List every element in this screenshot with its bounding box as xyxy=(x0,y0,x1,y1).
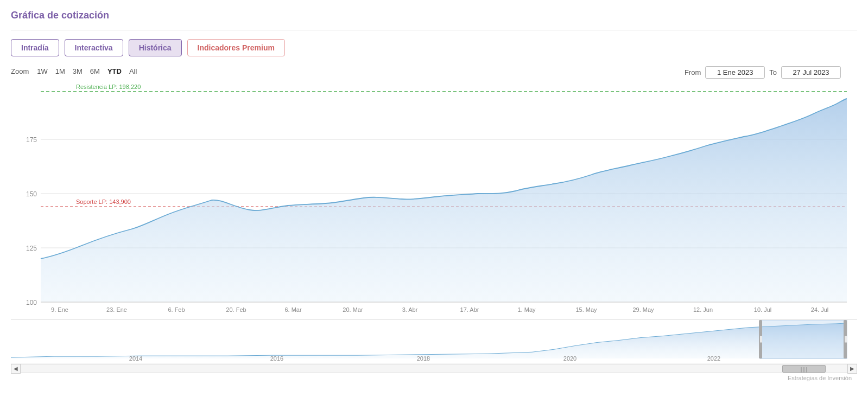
svg-text:2018: 2018 xyxy=(417,355,430,362)
svg-text:20. Feb: 20. Feb xyxy=(226,306,246,313)
from-label: From xyxy=(685,68,701,76)
svg-text:12. Jun: 12. Jun xyxy=(693,306,713,313)
svg-text:6. Mar: 6. Mar xyxy=(284,306,302,313)
zoom-1w[interactable]: 1W xyxy=(33,66,52,76)
svg-text:24. Jul: 24. Jul xyxy=(811,306,828,313)
svg-text:2016: 2016 xyxy=(270,355,283,362)
top-divider xyxy=(11,30,857,30)
svg-text:23. Ene: 23. Ene xyxy=(106,306,127,313)
scrollbar-row: ◀ ▶ xyxy=(11,363,857,374)
zoom-3m[interactable]: 3M xyxy=(69,66,86,76)
svg-text:9. Ene: 9. Ene xyxy=(51,306,68,313)
svg-text:20. Mar: 20. Mar xyxy=(343,306,363,313)
tab-premium[interactable]: Indicadores Premium xyxy=(187,39,285,56)
svg-text:125: 125 xyxy=(26,245,37,252)
to-label: To xyxy=(769,68,777,76)
zoom-all[interactable]: All xyxy=(125,66,141,76)
svg-text:3. Abr: 3. Abr xyxy=(402,306,418,313)
zoom-row: Zoom 1W 1M 3M 6M YTD All From To xyxy=(11,66,857,76)
svg-text:100: 100 xyxy=(26,299,37,306)
date-range: From To xyxy=(685,66,841,79)
zoom-6m[interactable]: 6M xyxy=(86,66,104,76)
svg-text:10. Jul: 10. Jul xyxy=(754,306,771,313)
scroll-thumb[interactable] xyxy=(782,365,826,373)
zoom-1m[interactable]: 1M xyxy=(52,66,69,76)
to-date-input[interactable] xyxy=(781,66,841,79)
svg-text:2020: 2020 xyxy=(563,355,576,362)
page-title: Gráfica de cotización xyxy=(11,10,857,21)
zoom-label: Zoom xyxy=(11,67,29,75)
svg-text:6. Feb: 6. Feb xyxy=(168,306,185,313)
scroll-track[interactable] xyxy=(21,364,847,373)
svg-rect-32 xyxy=(760,320,847,358)
svg-text:2014: 2014 xyxy=(129,355,142,362)
scroll-left-arrow[interactable]: ◀ xyxy=(11,364,21,374)
zoom-ytd[interactable]: YTD xyxy=(104,66,125,76)
svg-text:Soporte LP: 143,900: Soporte LP: 143,900 xyxy=(76,198,131,205)
svg-text:2022: 2022 xyxy=(707,355,720,362)
svg-text:175: 175 xyxy=(26,136,37,144)
scroll-right-arrow[interactable]: ▶ xyxy=(847,364,857,374)
tab-interactive[interactable]: Interactiva xyxy=(65,39,123,56)
from-date-input[interactable] xyxy=(705,66,765,79)
svg-text:150: 150 xyxy=(26,190,37,198)
svg-text:1. May: 1. May xyxy=(517,306,536,313)
main-chart-area: 100 125 150 175 Resistencia LP: 198,220 … xyxy=(11,80,857,318)
svg-text:Resistencia LP: 198,220: Resistencia LP: 198,220 xyxy=(76,84,141,90)
svg-text:17. Abr: 17. Abr xyxy=(460,306,479,313)
svg-text:29. May: 29. May xyxy=(632,306,654,313)
mini-chart-svg: 2014 2016 2018 2020 2022 xyxy=(11,320,857,363)
tabs-row: Intradía Interactiva Histórica Indicador… xyxy=(11,39,857,56)
svg-text:15. May: 15. May xyxy=(575,306,597,313)
tab-historical[interactable]: Histórica xyxy=(129,39,182,56)
mini-chart-area: 2014 2016 2018 2020 2022 xyxy=(11,319,857,363)
watermark: Estrategias de Inversión xyxy=(11,375,857,381)
main-chart-svg: 100 125 150 175 Resistencia LP: 198,220 … xyxy=(11,80,857,318)
tab-intraday[interactable]: Intradía xyxy=(11,39,59,56)
